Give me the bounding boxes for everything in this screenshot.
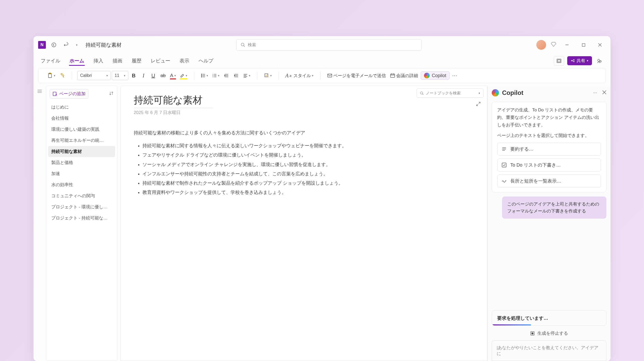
svg-point-19 (420, 92, 423, 94)
tab-help[interactable]: ヘルプ (198, 56, 214, 66)
paste-button[interactable]: ▾ (46, 71, 57, 80)
nav-item[interactable]: 持続可能な素材 (48, 146, 115, 157)
stop-icon (530, 331, 535, 336)
share-button[interactable]: 共有 ▾ (567, 56, 592, 65)
copilot-icon (424, 73, 430, 78)
ribbon-overflow-button[interactable]: ⋯ (451, 71, 459, 80)
svg-point-6 (600, 61, 601, 62)
tab-draw[interactable]: 描画 (112, 56, 123, 66)
ribbon-toolbar: ▾ Calibri▾ 11▾ B I U ab A▾ ▾ ▾ 123▾ ▾ ▾ … (38, 68, 606, 83)
checkbox-icon (502, 162, 507, 168)
copilot-close-button[interactable] (602, 90, 606, 95)
nav-item[interactable]: 製品と価格 (46, 157, 117, 168)
search-icon (241, 43, 245, 47)
notebook-search-input[interactable]: ノートブックを検索 ▾ (417, 88, 484, 98)
italic-button[interactable]: I (139, 71, 148, 80)
sort-pages-button[interactable] (109, 91, 114, 97)
copilot-icon (492, 89, 499, 96)
undo-button[interactable] (62, 40, 71, 49)
share-icon (571, 59, 575, 63)
outdent-button[interactable] (222, 71, 231, 80)
page-title[interactable]: 持続可能な素材 (134, 94, 213, 108)
copilot-suggestion-todo[interactable]: To Do リストの下書き… (497, 159, 601, 171)
reading-view-button[interactable] (554, 56, 564, 66)
svg-point-5 (598, 59, 600, 61)
align-button[interactable]: ▾ (242, 71, 252, 80)
nav-item[interactable]: プロジェクト - 環境に優し… (46, 201, 117, 212)
copilot-input[interactable]: |あなたがやりたいことを教えてください。アイデアに (492, 340, 606, 361)
bullet-list-button[interactable]: ▾ (199, 71, 210, 80)
font-family-select[interactable]: Calibri▾ (77, 71, 111, 80)
add-page-button[interactable]: ページの追加 (50, 89, 88, 99)
copilot-ribbon-button[interactable]: Copilot (421, 71, 450, 80)
tab-file[interactable]: ファイル (40, 56, 61, 66)
copilot-processing-card: 要求を処理しています… (492, 310, 606, 326)
tab-history[interactable]: 履歴 (131, 56, 142, 66)
copilot-hint-text: ページ上のテキストを選択して開始できます。 (497, 133, 601, 138)
search-placeholder: 検索 (248, 42, 256, 48)
tab-review[interactable]: レビュー (150, 56, 171, 66)
numbered-list-button[interactable]: 123▾ (211, 71, 221, 80)
nav-item[interactable]: 環境に優しい建築の実践 (46, 124, 117, 135)
maximize-button[interactable] (578, 40, 589, 50)
nav-item[interactable]: プロジェクト - 持続可能な… (46, 212, 117, 224)
nav-item[interactable]: 再生可能エネルギーの統… (46, 135, 117, 146)
expand-icon[interactable] (476, 101, 481, 108)
font-color-button[interactable]: A▾ (168, 71, 177, 80)
nav-item[interactable]: 会社情報 (46, 113, 117, 124)
nav-item[interactable]: はじめに (46, 102, 117, 113)
underline-button[interactable]: U (149, 71, 158, 80)
svg-text:3: 3 (213, 76, 214, 78)
page-bullet: 持続可能な素材に関する情報を人々に伝える楽しいワークショップやウェビナーを開催で… (142, 141, 355, 150)
copilot-chat-button[interactable] (595, 56, 604, 65)
bold-button[interactable]: B (129, 71, 138, 80)
page-bullet: フェアやリサイクル ドライブなどの環境に優しいイベントを開催しましょう。 (142, 151, 355, 159)
copilot-suggestion-proscons[interactable]: 長所と短所を一覧表示… (497, 175, 601, 187)
user-avatar[interactable] (536, 40, 546, 50)
page-bullet: ソーシャル メディアでオンライン チャレンジを実施し、環境に優しい習慣を促進しま… (142, 160, 355, 169)
global-search-input[interactable]: 検索 (236, 39, 422, 51)
email-page-button[interactable]: ページを電子メールで送信 (326, 71, 387, 80)
close-button[interactable] (594, 40, 606, 50)
strikethrough-button[interactable]: ab (159, 71, 167, 80)
svg-rect-8 (49, 73, 51, 74)
tab-view[interactable]: 表示 (179, 56, 190, 66)
svg-rect-22 (532, 333, 533, 334)
share-label: 共有 (577, 58, 585, 64)
hamburger-icon[interactable] (37, 89, 42, 361)
indent-button[interactable] (232, 71, 241, 80)
font-size-select[interactable]: 11▾ (112, 71, 128, 80)
onenote-app-icon: N (38, 41, 46, 49)
page-body[interactable]: 持続可能な素材の移動により多くの人々を集める方法に関するいくつかのアイデア 持続… (134, 128, 355, 197)
copilot-title: Copilot (502, 89, 523, 96)
nav-item[interactable]: 加速 (46, 168, 117, 179)
page-bullet: 教育用資料やワークショップを提供して、学校を巻き込みましょう。 (142, 188, 355, 197)
minimize-button[interactable] (561, 40, 573, 50)
copilot-stop-button[interactable]: 生成を停止する (492, 329, 606, 340)
meeting-details-button[interactable]: 会議の詳細 (388, 71, 420, 80)
qat-customize-dropdown[interactable]: ▾ (74, 40, 79, 49)
back-button[interactable] (49, 40, 58, 49)
copilot-suggestion-summarize[interactable]: 要約する… (497, 143, 601, 155)
page-canvas[interactable]: ノートブックを検索 ▾ 持続可能な素材 2025 年 6 月 7 日水曜日 持続… (121, 86, 487, 361)
page-date: 2025 年 6 月 7 日水曜日 (134, 110, 474, 116)
tag-button[interactable]: ▾ (262, 71, 273, 80)
tab-insert[interactable]: 挿入 (93, 56, 104, 66)
svg-rect-16 (328, 74, 332, 77)
svg-point-1 (241, 43, 244, 46)
nav-item[interactable]: コミュニティへの関与 (46, 190, 117, 201)
copilot-pane: Copilot ⋯ アイデアの生成、To Do リストの作成、メモの要約、重要な… (487, 86, 611, 361)
svg-point-10 (201, 75, 202, 76)
premium-icon[interactable] (551, 42, 556, 48)
tab-home[interactable]: ホーム (69, 56, 85, 66)
list-icon (502, 146, 507, 152)
nav-item[interactable]: 水の効率性 (46, 179, 117, 190)
styles-button[interactable]: Aaスタイル▾ (284, 71, 315, 80)
svg-point-9 (201, 74, 202, 75)
svg-rect-15 (265, 74, 268, 77)
format-painter-button[interactable] (58, 71, 67, 80)
highlight-button[interactable]: ▾ (179, 71, 189, 80)
svg-rect-2 (582, 44, 585, 46)
copilot-more-button[interactable]: ⋯ (593, 90, 598, 95)
copilot-intro-text: アイデアの生成、To Do リストの作成、メモの要約、重要なポイントとアクション… (497, 106, 601, 129)
